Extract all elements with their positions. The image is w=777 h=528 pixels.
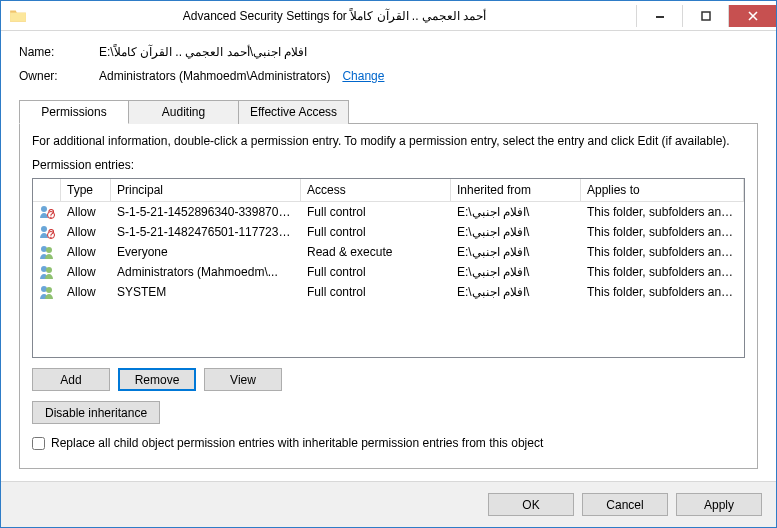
cell-type: Allow [61,263,111,281]
grid-body: ?AllowS-1-5-21-1452896340-3398700...Full… [33,202,744,302]
cell-principal: S-1-5-21-1452896340-3398700... [111,203,301,221]
close-button[interactable] [728,5,776,27]
permission-grid: Type Principal Access Inherited from App… [32,178,745,358]
principal-icon [33,282,61,302]
window: Advanced Security Settings for أحمد العج… [0,0,777,528]
content: Name: E:\افلام اجنبي\أحمد العجمي .. القر… [1,31,776,481]
cell-principal: S-1-5-21-1482476501-1177238... [111,223,301,241]
principal-icon [33,262,61,282]
titlebar: Advanced Security Settings for أحمد العج… [1,1,776,31]
view-button[interactable]: View [204,368,282,391]
svg-rect-1 [702,12,710,20]
ok-button[interactable]: OK [488,493,574,516]
cell-principal: SYSTEM [111,283,301,301]
window-title: Advanced Security Settings for أحمد العج… [33,9,636,23]
change-owner-link[interactable]: Change [342,69,384,83]
add-button[interactable]: Add [32,368,110,391]
cell-type: Allow [61,203,111,221]
cell-inherited: E:\افلام اجنبي\ [451,223,581,241]
replace-checkbox[interactable] [32,437,45,450]
svg-point-2 [41,206,47,212]
svg-point-11 [46,267,52,273]
cell-access: Full control [301,203,451,221]
owner-value: Administrators (Mahmoedm\Administrators) [99,69,330,83]
principal-icon [33,242,61,262]
grid-header: Type Principal Access Inherited from App… [33,179,744,202]
svg-point-10 [41,266,47,272]
replace-checkbox-row[interactable]: Replace all child object permission entr… [32,436,745,450]
name-label: Name: [19,45,99,59]
cell-access: Full control [301,263,451,281]
cell-type: Allow [61,243,111,261]
svg-point-5 [41,226,47,232]
svg-point-12 [41,286,47,292]
cell-applies: This folder, subfolders and files [581,263,744,281]
svg-text:?: ? [48,227,55,241]
window-controls [636,5,776,27]
cell-principal: Everyone [111,243,301,261]
table-row[interactable]: ?AllowS-1-5-21-1452896340-3398700...Full… [33,202,744,222]
cell-applies: This folder, subfolders and files [581,283,744,301]
cell-inherited: E:\افلام اجنبي\ [451,283,581,301]
tab-permissions[interactable]: Permissions [19,100,129,124]
cell-principal: Administrators (Mahmoedm\... [111,263,301,281]
principal-icon: ? [33,202,61,222]
principal-icon: ? [33,222,61,242]
entries-label: Permission entries: [32,158,745,172]
folder-icon [9,7,27,25]
cell-inherited: E:\افلام اجنبي\ [451,203,581,221]
header-principal[interactable]: Principal [111,179,301,201]
replace-checkbox-label: Replace all child object permission entr… [51,436,543,450]
cell-access: Full control [301,283,451,301]
table-row[interactable]: AllowSYSTEMFull controlE:\افلام اجنبي\Th… [33,282,744,302]
cell-access: Read & execute [301,243,451,261]
tab-body: For additional information, double-click… [19,123,758,469]
owner-label: Owner: [19,69,99,83]
name-row: Name: E:\افلام اجنبي\أحمد العجمي .. القر… [19,45,758,59]
header-applies[interactable]: Applies to [581,179,744,201]
table-row[interactable]: AllowAdministrators (Mahmoedm\...Full co… [33,262,744,282]
footer: OK Cancel Apply [1,481,776,527]
button-row-2: Disable inheritance [32,401,745,424]
button-row-1: Add Remove View [32,368,745,391]
svg-point-8 [41,246,47,252]
owner-row: Owner: Administrators (Mahmoedm\Administ… [19,69,758,83]
table-row[interactable]: ?AllowS-1-5-21-1482476501-1177238...Full… [33,222,744,242]
header-type[interactable]: Type [61,179,111,201]
tab-auditing[interactable]: Auditing [129,100,239,124]
svg-point-9 [46,247,52,253]
cell-applies: This folder, subfolders and files [581,243,744,261]
cancel-button[interactable]: Cancel [582,493,668,516]
cell-applies: This folder, subfolders and files [581,203,744,221]
cell-inherited: E:\افلام اجنبي\ [451,243,581,261]
header-access[interactable]: Access [301,179,451,201]
cell-type: Allow [61,283,111,301]
info-text: For additional information, double-click… [32,134,745,148]
maximize-button[interactable] [682,5,728,27]
header-icon[interactable] [33,179,61,201]
table-row[interactable]: AllowEveryoneRead & executeE:\افلام اجنب… [33,242,744,262]
cell-applies: This folder, subfolders and files [581,223,744,241]
svg-rect-0 [656,16,664,18]
remove-button[interactable]: Remove [118,368,196,391]
svg-point-13 [46,287,52,293]
tabs: Permissions Auditing Effective Access [19,99,758,123]
cell-type: Allow [61,223,111,241]
name-value: E:\افلام اجنبي\أحمد العجمي .. القرآن كام… [99,45,307,59]
apply-button[interactable]: Apply [676,493,762,516]
minimize-button[interactable] [636,5,682,27]
cell-inherited: E:\افلام اجنبي\ [451,263,581,281]
svg-text:?: ? [48,207,55,221]
cell-access: Full control [301,223,451,241]
disable-inheritance-button[interactable]: Disable inheritance [32,401,160,424]
header-inherited[interactable]: Inherited from [451,179,581,201]
tab-effective-access[interactable]: Effective Access [239,100,349,124]
